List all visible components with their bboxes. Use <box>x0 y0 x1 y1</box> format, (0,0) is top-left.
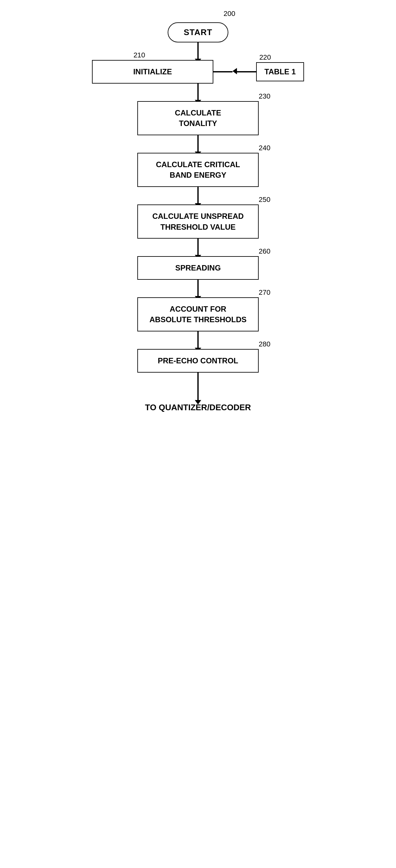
ref-200: 200 <box>224 9 235 18</box>
ref-230: 230 <box>259 92 271 100</box>
initialize-row: 210 INITIALIZE 220 TABLE 1 <box>86 60 310 84</box>
absolute-box: ACCOUNT FORABSOLUTE THRESHOLDS <box>137 297 259 332</box>
tonality-box: CALCULATETONALITY <box>137 101 259 135</box>
arrow-preecho-to-terminal <box>197 373 199 401</box>
arrow-spreading-to-absolute <box>197 280 199 297</box>
ref-260: 260 <box>259 247 271 255</box>
arrow-unspread-to-spreading <box>197 239 199 256</box>
table1-arrow: 220 TABLE 1 <box>213 62 304 81</box>
preecho-box: PRE-ECHO CONTROL <box>137 349 259 373</box>
ref-250: 250 <box>259 195 271 204</box>
ref-210: 210 <box>134 51 145 59</box>
arrow-absolute-to-preecho <box>197 332 199 349</box>
ref-280: 280 <box>259 340 271 348</box>
unspread-box: CALCULATE UNSPREADTHRESHOLD VALUE <box>137 205 259 239</box>
critical-band-box: CALCULATE CRITICALBAND ENERGY <box>137 153 259 187</box>
start-node: START <box>168 22 228 42</box>
arrow-critical-to-unspread <box>197 187 199 205</box>
table1-box: TABLE 1 <box>256 62 304 81</box>
arrow-start-to-init <box>197 42 199 60</box>
arrow-tonality-to-critical <box>197 135 199 153</box>
spreading-box: SPREADING <box>137 256 259 280</box>
ref-240: 240 <box>259 144 271 152</box>
initialize-box: INITIALIZE <box>92 60 213 84</box>
arrow-init-to-tonality <box>197 84 199 101</box>
ref-270: 270 <box>259 288 271 297</box>
flowchart-diagram: 200 START 210 INITIALIZE 220 TABLE 1 230… <box>86 13 310 414</box>
ref-220: 220 <box>259 53 271 62</box>
